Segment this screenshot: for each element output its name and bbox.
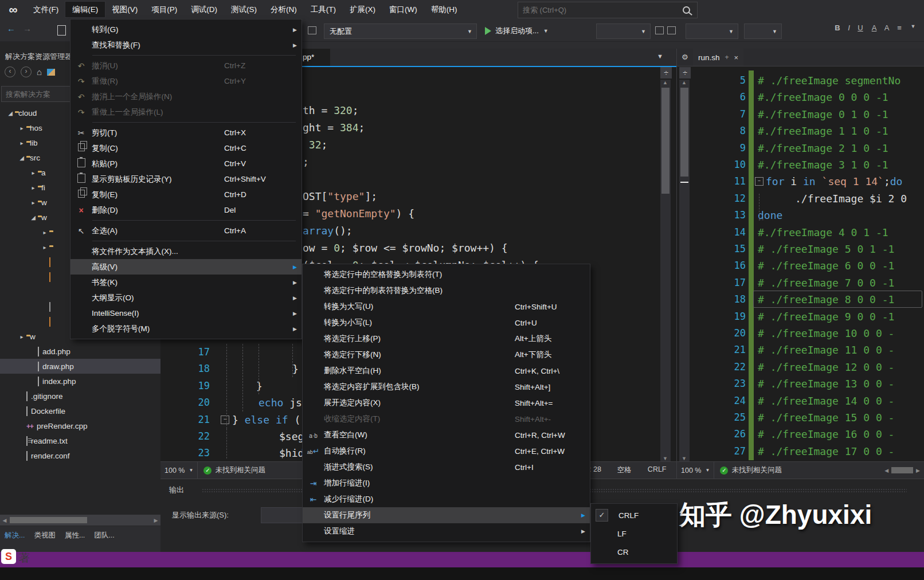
- code-line[interactable]: 32;: [303, 136, 327, 153]
- menubar-item-item[interactable]: 分析(N): [264, 2, 304, 17]
- menu-item[interactable]: ↷重做上一全局操作(L): [71, 104, 302, 120]
- menubar-item-item[interactable]: 工具(T): [304, 2, 343, 17]
- scroll-up-icon[interactable]: ▲: [682, 80, 687, 85]
- tree-item-.gitignore[interactable]: .gitignore: [0, 389, 160, 403]
- code-line[interactable]: # ./freeImage segmentNo: [758, 72, 900, 89]
- menu-item[interactable]: ×删除(D)Del: [71, 202, 302, 218]
- italic-icon[interactable]: I: [844, 23, 854, 32]
- tab-drawphp[interactable]: pp*: [298, 49, 330, 66]
- pin-icon[interactable]: +: [725, 53, 729, 61]
- tree-caret-icon[interactable]: ◢: [29, 214, 38, 221]
- menu-item-lineend-lf[interactable]: LF: [591, 524, 677, 543]
- space-indicator[interactable]: 空格: [617, 465, 632, 475]
- toolbar-combo-quaternary[interactable]: ▼: [744, 23, 782, 39]
- menu-item[interactable]: 书签(K)▶: [71, 275, 302, 290]
- code-line[interactable]: # ./freeImage 5 0 1 -1: [758, 241, 894, 257]
- back-icon[interactable]: ‹: [5, 66, 15, 77]
- menu-item-lineend-crlf[interactable]: ✓CRLF: [591, 506, 677, 524]
- tree-caret-icon[interactable]: ◢: [17, 155, 26, 161]
- tool-window-tab-0[interactable]: 解决...: [5, 531, 25, 540]
- start-debug-button[interactable]: 选择启动项... ▼: [485, 23, 549, 38]
- code-line[interactable]: echo js: [259, 394, 302, 411]
- menubar-item-item[interactable]: 窗口(W): [382, 2, 424, 17]
- scroll-right-icon[interactable]: ▶: [916, 468, 920, 473]
- menubar-item-item[interactable]: 扩展(X): [343, 2, 382, 17]
- tree-item-index.php[interactable]: index.php: [0, 374, 160, 389]
- underline-icon[interactable]: U: [855, 23, 866, 32]
- menu-item[interactable]: ↶撤消(U)Ctrl+Z: [71, 58, 302, 73]
- toolbar-combo-secondary[interactable]: ▼: [596, 23, 651, 39]
- menu-item[interactable]: ↶撤消上一个全局操作(N): [71, 89, 302, 104]
- quick-search-box[interactable]: [518, 2, 698, 18]
- home-icon[interactable]: ⌂: [37, 67, 42, 77]
- menu-item[interactable]: 将选定行上移(P)Alt+上箭头: [303, 331, 590, 347]
- menu-item[interactable]: 显示剪贴板历史记录(Y)Ctrl+Shift+V: [71, 171, 302, 187]
- scrollbar-thumb[interactable]: [10, 517, 87, 523]
- tree-item-add.php[interactable]: add.php: [0, 344, 160, 359]
- scroll-up-icon[interactable]: ▲: [663, 80, 668, 85]
- menu-item[interactable]: 大纲显示(O)▶: [71, 290, 302, 305]
- code-line[interactable]: # ./freeImage 11 0 0 -: [758, 342, 894, 358]
- code-line[interactable]: # ./freeImage 13 0 0 -: [758, 375, 894, 392]
- code-line[interactable]: #./freeImage 4 0 1 -1: [758, 224, 888, 241]
- forward-icon[interactable]: ›: [21, 66, 32, 77]
- eol-indicator[interactable]: CRLF: [648, 465, 667, 475]
- code-line[interactable]: ./freeImage $i 2 0: [758, 190, 907, 207]
- tool-window-tab-1[interactable]: 类视图: [34, 531, 56, 540]
- code-line[interactable]: # ./freeImage 15 0 0 -: [758, 409, 894, 426]
- tree-item-draw.php[interactable]: draw.php: [0, 359, 160, 374]
- gear-icon[interactable]: ⚙: [682, 53, 688, 61]
- menu-item[interactable]: 渐进式搜索(S)Ctrl+I: [303, 459, 590, 475]
- tree-item-preRender.cpp[interactable]: ++preRender.cpp: [0, 418, 160, 433]
- menu-item[interactable]: ✂剪切(T)Ctrl+X: [71, 125, 302, 140]
- menu-item[interactable]: ↖全选(A)Ctrl+A: [71, 223, 302, 238]
- menubar-item-item[interactable]: 视图(V): [105, 2, 144, 17]
- code-line[interactable]: ow = 0; $row <= $rowNo; $row++) {: [303, 240, 508, 256]
- tool-window-tab-2[interactable]: 属性...: [65, 531, 85, 540]
- navigate-forward-icon[interactable]: →: [23, 23, 32, 33]
- code-line[interactable]: # ./freeImage 16 0 0 -: [758, 426, 894, 442]
- menubar-item-item[interactable]: 调试(D): [184, 2, 224, 17]
- menu-item[interactable]: a·b查看空白(W)Ctrl+R, Ctrl+W: [303, 427, 590, 443]
- scroll-left-icon[interactable]: ◀: [884, 468, 888, 473]
- menu-item[interactable]: 查找和替换(F)▶: [71, 37, 302, 53]
- menu-item[interactable]: 转换为大写(U)Ctrl+Shift+U: [303, 299, 590, 315]
- vertical-scrollbar[interactable]: ▲ ▼: [679, 80, 690, 461]
- code-line[interactable]: # ./freeImage 14 0 0 -: [758, 393, 894, 409]
- window-layout-icon[interactable]: [655, 26, 664, 34]
- font-color-icon[interactable]: A: [869, 23, 879, 32]
- code-line[interactable]: # ./freeImage 6 0 0 -1: [758, 257, 894, 274]
- tree-item-render.conf[interactable]: render.conf: [0, 448, 160, 463]
- tree-caret-icon[interactable]: ▸: [29, 199, 38, 206]
- menu-item[interactable]: 高级(V)▶: [71, 259, 302, 275]
- scroll-right-icon[interactable]: ▶: [151, 518, 160, 523]
- tree-caret-icon[interactable]: ▸: [29, 170, 38, 176]
- configuration-combo[interactable]: 无配置 ▼: [324, 23, 477, 39]
- scrollbar-thumb[interactable]: [891, 467, 913, 473]
- code-line[interactable]: # ./freeImage 7 0 0 -1: [758, 275, 894, 291]
- close-icon[interactable]: ×: [734, 53, 739, 62]
- code-line[interactable]: # ./freeImage 10 0 0 -: [758, 325, 894, 342]
- bold-icon[interactable]: B: [832, 23, 843, 32]
- scrollbar-thumb[interactable]: [680, 88, 688, 177]
- tab-runsh[interactable]: run.sh + ×: [693, 49, 743, 66]
- new-file-icon[interactable]: [57, 25, 66, 36]
- explorer-horizontal-scrollbar[interactable]: ◀ ▶: [0, 515, 160, 526]
- tree-caret-icon[interactable]: ▸: [40, 244, 49, 250]
- menubar-item-item[interactable]: 文件(F): [26, 2, 65, 17]
- splitter-handle[interactable]: ÷: [679, 67, 691, 79]
- menu-item[interactable]: 设置缩进▶: [303, 523, 590, 539]
- code-line[interactable]: array();: [303, 222, 353, 239]
- tab-list-chevron-icon[interactable]: ▼: [657, 53, 663, 60]
- code-line[interactable]: #./freeImage 3 1 0 -1: [758, 156, 888, 173]
- menu-item[interactable]: 粘贴(P)Ctrl+V: [71, 156, 302, 171]
- fold-marker-icon[interactable]: −: [755, 177, 764, 186]
- menu-item[interactable]: ⇤减少行缩进(D): [303, 491, 590, 507]
- menu-item[interactable]: 复制(C)Ctrl+C: [71, 140, 302, 156]
- code-line[interactable]: #./freeImage 1 1 0 -1: [758, 123, 888, 139]
- menu-item[interactable]: 转到(G)▶: [71, 22, 302, 37]
- tree-caret-icon[interactable]: ▸: [17, 334, 26, 340]
- zoom-control[interactable]: 100 % ▼: [160, 462, 198, 479]
- menu-item[interactable]: ab↵自动换行(R)Ctrl+E, Ctrl+W: [303, 443, 590, 459]
- tree-item-Dockerfile[interactable]: Dockerfile: [0, 403, 160, 418]
